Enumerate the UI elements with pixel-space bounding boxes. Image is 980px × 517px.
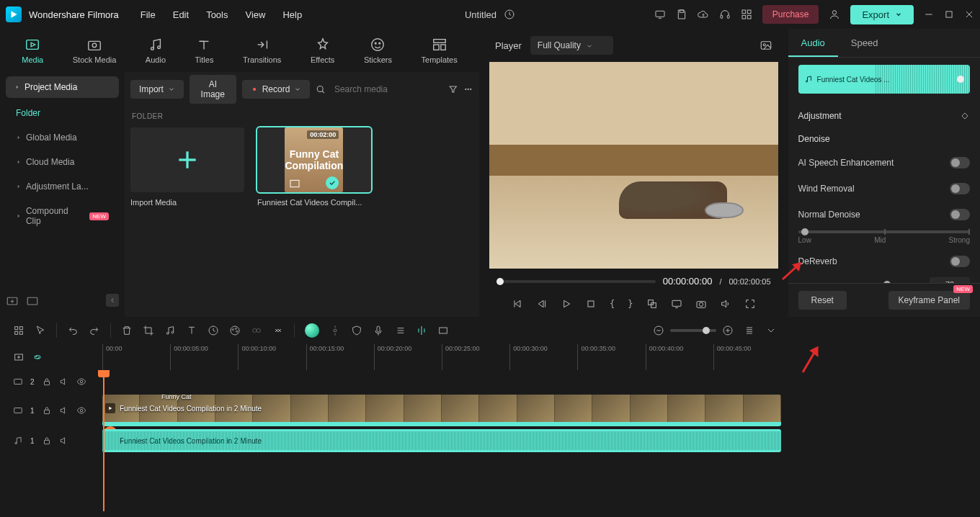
menu-file[interactable]: File [141, 9, 156, 20]
eye-icon[interactable] [76, 377, 86, 387]
mark-out-icon[interactable]: } [628, 299, 633, 309]
save-icon[interactable] [676, 9, 687, 20]
eye-icon[interactable] [76, 405, 86, 415]
delete-icon[interactable] [121, 325, 133, 336]
ai-badge-icon[interactable] [305, 323, 319, 338]
undo-icon[interactable] [67, 325, 79, 336]
prev-frame-icon[interactable] [512, 298, 523, 310]
import-button[interactable]: Import [130, 80, 184, 99]
doc-title[interactable]: Untitled [465, 9, 496, 20]
mute-icon[interactable] [59, 377, 69, 387]
lock-icon[interactable] [42, 405, 52, 415]
window-maximize-icon[interactable] [944, 9, 954, 19]
adjustment-section[interactable]: Adjustment [798, 104, 970, 128]
crop-icon[interactable] [646, 298, 658, 310]
tab-stock-media[interactable]: Stock Media [73, 37, 117, 64]
sidebar-item-adjustment[interactable]: Adjustment La... [6, 174, 119, 199]
color-icon[interactable] [229, 325, 241, 336]
preview-video[interactable] [489, 62, 778, 269]
aspect-icon[interactable] [437, 325, 449, 336]
lock-icon[interactable] [42, 377, 52, 387]
playhead[interactable] [103, 370, 104, 511]
bin-icon[interactable] [26, 294, 39, 307]
shield-icon[interactable] [351, 325, 362, 336]
tab-titles[interactable]: Titles [195, 37, 214, 64]
link-icon[interactable] [251, 325, 262, 336]
dereverb-value[interactable]: 70 [930, 277, 970, 283]
export-button[interactable]: Export [850, 5, 914, 24]
more-tl-icon[interactable] [765, 325, 777, 336]
purchase-button[interactable]: Purchase [762, 5, 819, 24]
tab-templates[interactable]: Templates [422, 37, 458, 64]
redo-icon[interactable] [89, 325, 100, 336]
lock-icon[interactable] [42, 436, 52, 446]
menu-tools[interactable]: Tools [206, 9, 228, 20]
denoise-section[interactable]: Denoise [798, 128, 970, 150]
device-icon[interactable] [654, 9, 666, 20]
mute-icon[interactable] [59, 436, 69, 446]
preview-scrubber[interactable]: 00:00:00:00 / 00:02:00:05 [485, 269, 783, 294]
audio-scroll[interactable]: Funniest Cat Videos ... Adjustment Denoi… [788, 58, 980, 283]
zoom-in-icon[interactable] [722, 325, 734, 336]
tab-transitions[interactable]: Transitions [243, 37, 281, 64]
mic-icon[interactable] [373, 325, 384, 336]
sidebar-item-compound[interactable]: Compound ClipNEW [6, 199, 119, 233]
sync-icon[interactable] [504, 9, 515, 20]
tab-stickers[interactable]: Stickers [364, 37, 392, 64]
record-button[interactable]: Record [242, 80, 311, 99]
project-media-chip[interactable]: Project Media [6, 76, 119, 98]
menu-help[interactable]: Help [282, 9, 302, 20]
window-close-icon[interactable] [964, 9, 974, 19]
play-back-icon[interactable] [536, 298, 548, 310]
normal-denoise-slider[interactable] [798, 230, 970, 233]
zoom-out-icon[interactable] [653, 325, 664, 336]
cloud-upload-icon[interactable] [698, 9, 709, 20]
search-input[interactable] [331, 84, 442, 94]
mute-icon[interactable] [59, 405, 69, 415]
tab-speed-props[interactable]: Speed [838, 29, 891, 57]
camera-icon[interactable] [695, 298, 707, 310]
collapse-sidebar-button[interactable] [106, 294, 119, 307]
text-icon[interactable] [186, 325, 197, 336]
expand-icon[interactable] [272, 325, 284, 336]
audio-clip-waveform[interactable]: Funniest Cat Videos ... [798, 65, 970, 94]
new-folder-icon[interactable] [6, 294, 19, 307]
split-icon[interactable] [416, 325, 427, 336]
keyframe-panel-button[interactable]: Keyframe PanelNEW [888, 291, 970, 310]
snapshot-icon[interactable] [760, 39, 772, 52]
add-track-icon[interactable] [13, 351, 24, 363]
timeline-ruler[interactable]: 00:00 00:00:05:00 00:00:10:00 00:00:15:0… [102, 344, 781, 370]
display-icon[interactable] [671, 298, 682, 310]
list-icon[interactable] [394, 325, 406, 336]
ai-speech-toggle[interactable] [950, 157, 970, 168]
music-icon[interactable] [164, 325, 176, 336]
video-track-icon[interactable] [13, 377, 23, 387]
play-icon[interactable] [561, 298, 572, 310]
window-minimize-icon[interactable] [924, 9, 934, 19]
grid-icon[interactable] [13, 325, 24, 336]
stop-icon[interactable] [585, 298, 597, 310]
clip-thumb[interactable]: Funny Cat Compilation 00:02:00 Funniest … [257, 127, 371, 207]
ai-image-button[interactable]: AI Image [190, 75, 236, 104]
tab-audio-props[interactable]: Audio [788, 29, 838, 57]
speed-icon[interactable] [208, 325, 219, 336]
reset-button[interactable]: Reset [798, 291, 847, 310]
dereverb-toggle[interactable] [950, 256, 970, 267]
link-tracks-icon[interactable] [32, 351, 43, 363]
menu-edit[interactable]: Edit [173, 9, 189, 20]
normal-denoise-toggle[interactable] [950, 209, 970, 220]
timeline-tracks[interactable]: 2 1 Funny Cat Funniest Cat Video [9, 370, 781, 511]
menu-view[interactable]: View [245, 9, 265, 20]
video-clip[interactable]: Funny Cat Funniest Cat Videos Compilatio… [102, 395, 781, 426]
fullscreen-icon[interactable] [744, 298, 756, 310]
quality-select[interactable]: Full Quality [530, 36, 613, 55]
folder-label[interactable]: Folder [6, 101, 119, 125]
filter-icon[interactable] [448, 84, 458, 95]
layers-icon[interactable] [744, 325, 755, 336]
search-icon[interactable] [316, 84, 326, 95]
account-icon[interactable] [829, 9, 840, 20]
more-icon[interactable] [463, 84, 473, 95]
headphones-icon[interactable] [719, 9, 731, 20]
sparkle-icon[interactable] [329, 325, 341, 336]
volume-icon[interactable] [720, 298, 731, 310]
